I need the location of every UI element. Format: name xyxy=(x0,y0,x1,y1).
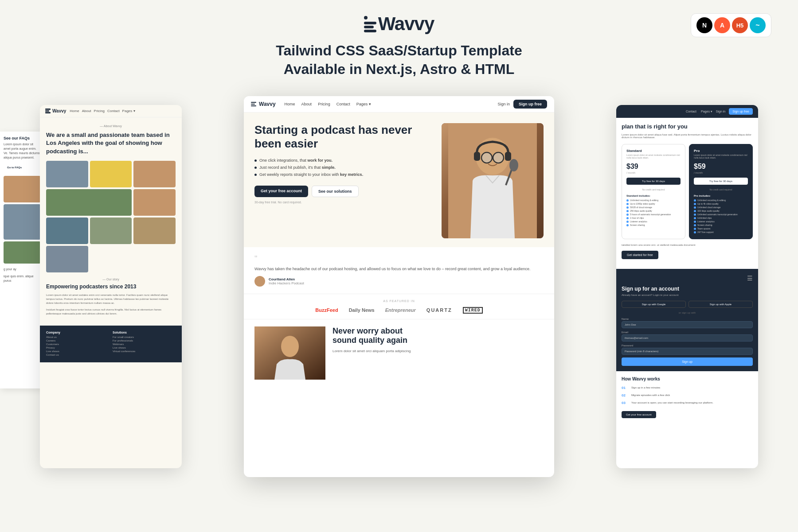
photo-9 xyxy=(46,246,88,272)
far-left-panel: See our FAQs Lorem ipsum dolor sit amet … xyxy=(0,132,44,388)
story-heading: Empowering podcasters since 2013 xyxy=(46,283,176,290)
pro-name: Pro xyxy=(694,149,748,153)
photo-4 xyxy=(46,189,132,216)
featured-logos: BuzzFeed Daily News Entrepreneur QUARTZ … xyxy=(254,307,544,314)
tagline: Tailwind CSS SaaS/Startup Template Avail… xyxy=(276,42,522,78)
social-btns: Sign up with Google Sign up with Apple xyxy=(622,301,753,308)
html5-badge: H5 xyxy=(732,17,748,33)
featured-label: AS FEATURED IN xyxy=(254,299,544,303)
person-photo xyxy=(442,123,544,238)
svg-rect-2 xyxy=(474,152,480,161)
left-nav-items: Home About Pricing Contact Pages ▾ xyxy=(70,109,135,113)
story-text-2: Incidunt feugiat cras fusce tortor lectu… xyxy=(46,308,176,316)
password-label: Password xyxy=(622,344,753,347)
hero-bullets: One click integrations, that work for yo… xyxy=(254,158,433,177)
svg-point-8 xyxy=(509,159,518,171)
name-input[interactable]: John Doe xyxy=(622,321,753,328)
bottom-subtext: Lorem dolor sit amet orci aliquam porta … xyxy=(332,349,411,354)
left-nav: Wavvy Home About Pricing Contact Pages ▾ xyxy=(40,105,182,117)
bottom-image xyxy=(254,326,325,380)
menu-icon: ☰ xyxy=(622,274,753,282)
pro-desc: Lorem ipsum dolor sit amet molestie cond… xyxy=(694,154,748,159)
logo-text: Wavvy xyxy=(378,13,434,35)
center-testimonial: " Wavvy has taken the headache out of ou… xyxy=(244,247,554,294)
standard-btn[interactable]: Try free for 30 days xyxy=(626,178,681,185)
top-area: N A H5 ~ Wavvy Tailwind CSS SaaS/Startup… xyxy=(0,0,798,96)
faq-btn[interactable]: Go to FAQs xyxy=(4,164,25,171)
center-nav-left: Wavvy Home About Pricing Contact Pages ▾ xyxy=(251,101,371,107)
screenshots-container: See our FAQs Lorem ipsum dolor sit amet … xyxy=(0,96,798,473)
std-feature-1: Unlimited recording & editing xyxy=(626,199,681,202)
pricing-bottom-text: tatsblat lorem una sicere orci. ut stell… xyxy=(622,244,753,246)
author-role: Indie Hackers Podcast xyxy=(269,281,304,285)
left-footer: Company About us Careers Customers Priva… xyxy=(40,326,182,362)
name-field: Name John Doe xyxy=(622,318,753,328)
photo-6 xyxy=(46,217,88,244)
quote-mark: " xyxy=(254,254,544,264)
get-started-btn[interactable]: Get started for free xyxy=(622,251,658,259)
tech-badges: N A H5 ~ xyxy=(691,13,771,37)
story-text-1: Lorem ipsum dolor sit amet sodales enim … xyxy=(46,293,176,305)
photo-5 xyxy=(133,189,176,216)
center-hero: Starting a podcast has never been easier… xyxy=(244,113,554,247)
email-input[interactable]: thomas@email.com xyxy=(622,334,753,342)
faq-panel-text: Lorem ipsum dolor sit amet porta augue e… xyxy=(4,142,41,159)
standard-period: / month xyxy=(626,171,681,174)
left-logo: Wavvy xyxy=(45,109,66,113)
password-input[interactable]: Password (min 8 characters) xyxy=(622,348,753,355)
cta-primary-btn[interactable]: Get your free account xyxy=(254,186,308,197)
center-nav-right: Sign in Sign up free xyxy=(497,100,547,109)
nextjs-badge: N xyxy=(696,17,712,33)
author-name: Courtland Allen xyxy=(269,277,304,281)
quartz-logo: QUARTZ xyxy=(426,307,452,313)
footer-cols: Company About us Careers Customers Priva… xyxy=(46,331,176,357)
divider: or sign up with xyxy=(622,311,753,314)
left-content: — About Wavvy We are a small and passion… xyxy=(40,117,182,326)
password-field: Password Password (min 8 characters) xyxy=(622,344,753,355)
right-signup-btn[interactable]: Sign up free xyxy=(729,108,753,115)
center-nav-links: Home About Pricing Contact Pages ▾ xyxy=(285,102,371,106)
hero-bullet-2: Just record and hit publish, it's that s… xyxy=(254,165,433,170)
pricing-text: Lorem ipsum dolor sit amet aliqua fuse s… xyxy=(622,133,753,139)
right-signin[interactable]: Sign in xyxy=(716,110,725,113)
astro-badge: A xyxy=(714,17,730,33)
hero-title: Starting a podcast has never been easier xyxy=(254,123,433,151)
pricing-cards: Standard Lorem ipsum dolor sit amet mole… xyxy=(622,144,753,239)
get-account-btn[interactable]: Get your free account xyxy=(622,411,656,418)
signin-btn[interactable]: Sign in xyxy=(497,102,510,106)
right-pricing: plan that is right for you Lorem ipsum d… xyxy=(616,118,758,269)
logo-area: Wavvy xyxy=(364,13,434,35)
photo-3 xyxy=(133,161,176,187)
faq-panel-heading: See our FAQs xyxy=(4,136,41,140)
name-label: Name xyxy=(622,318,753,320)
hero-bullet-3: Get weekly reports straight to your inbo… xyxy=(254,172,433,177)
pricing-title: plan that is right for you xyxy=(622,123,753,130)
trial-text: 30-day free trial. No card required. xyxy=(254,201,433,204)
footer-col-solutions: Solutions For small creators For profess… xyxy=(113,331,176,357)
hero-bullet-1: One click integrations, that work for yo… xyxy=(254,158,433,163)
right-how-section: How Wavvy works 01 Sign up in a few minu… xyxy=(616,371,758,423)
cta-secondary-btn[interactable]: See our solutions xyxy=(312,186,359,197)
photo-7 xyxy=(90,217,132,244)
standard-plan: Standard Lorem ipsum dolor sit amet mole… xyxy=(622,144,685,239)
svg-rect-3 xyxy=(505,152,511,161)
photo-1 xyxy=(46,161,88,187)
pro-btn[interactable]: Try free for 30 days xyxy=(694,178,748,185)
daily-news-logo: Daily News xyxy=(349,307,375,313)
bottom-heading: Never worry aboutsound quality again xyxy=(332,326,411,345)
svg-point-1 xyxy=(476,138,509,175)
right-card: Contact Pages ▾ Sign in Sign up free pla… xyxy=(616,105,758,468)
buzzfeed-logo: BuzzFeed xyxy=(315,307,338,313)
pro-period: / month xyxy=(694,171,748,174)
apple-btn[interactable]: Sign up with Apple xyxy=(688,301,753,308)
hero-image xyxy=(442,123,544,238)
about-heading: We are a small and passionate team based… xyxy=(46,131,176,155)
photo-8 xyxy=(133,217,176,244)
step-2: 02 Migrate episodes with a few click xyxy=(622,393,753,397)
svg-point-4 xyxy=(481,152,492,163)
photos-grid xyxy=(46,161,176,272)
signup-btn[interactable]: Sign up free xyxy=(513,100,547,109)
submit-btn[interactable]: Sign up xyxy=(622,357,753,366)
center-logo: Wavvy xyxy=(251,101,276,107)
google-btn[interactable]: Sign up with Google xyxy=(622,301,686,308)
